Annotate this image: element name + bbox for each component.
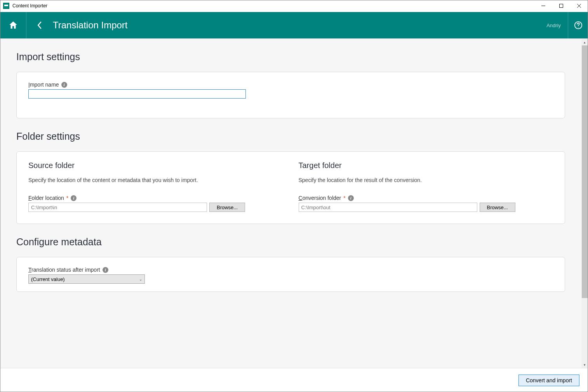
home-button[interactable] xyxy=(0,12,26,38)
import-name-label: Import name i xyxy=(28,82,553,88)
source-folder-label: Folder location * i xyxy=(28,195,283,201)
vertical-scrollbar[interactable]: ▴ ▾ xyxy=(581,39,588,368)
required-asterisk: * xyxy=(343,195,345,201)
back-button[interactable] xyxy=(26,12,53,38)
import-settings-panel: Import name i xyxy=(16,72,565,118)
window-controls xyxy=(534,0,588,12)
target-folder-col: Target folder Specify the location for t… xyxy=(299,161,553,212)
chevron-left-icon xyxy=(37,21,42,29)
translation-status-value: (Current value) xyxy=(31,276,65,282)
section-import-settings: Import settings Import name i xyxy=(0,39,581,118)
scroll-up-arrow[interactable]: ▴ xyxy=(581,39,588,45)
footer: Convert and import xyxy=(0,368,588,392)
conversion-folder-input[interactable] xyxy=(299,203,477,212)
minimize-button[interactable] xyxy=(534,0,552,12)
svg-rect-1 xyxy=(560,4,563,8)
source-browse-button[interactable]: Browse... xyxy=(209,203,245,212)
help-button[interactable] xyxy=(568,12,588,38)
page-title: Translation Import xyxy=(53,12,539,38)
configure-metadata-title: Configure metadata xyxy=(16,236,565,248)
target-folder-desc: Specify the location for the result of t… xyxy=(299,177,553,183)
info-icon[interactable]: i xyxy=(103,267,108,273)
chevron-down-icon: ⌄ xyxy=(139,277,142,281)
maximize-button[interactable] xyxy=(552,0,570,12)
configure-metadata-panel: Translation status after import i (Curre… xyxy=(16,257,565,292)
import-name-input[interactable] xyxy=(28,89,246,99)
folder-settings-title: Folder settings xyxy=(16,131,565,142)
header-bar: Translation Import Andriy xyxy=(0,12,588,38)
import-settings-title: Import settings xyxy=(16,51,565,62)
scroll-thumb[interactable] xyxy=(582,45,588,298)
translation-status-select[interactable]: (Current value) ⌄ xyxy=(28,274,145,284)
info-icon[interactable]: i xyxy=(348,195,354,201)
titlebar: Content Importer xyxy=(0,0,588,12)
content-scroll: Import settings Import name i Folder set… xyxy=(0,39,581,368)
import-name-label-rest: mport name xyxy=(30,82,59,88)
conversion-folder-label: Conversion folder * i xyxy=(299,195,553,201)
source-folder-input[interactable] xyxy=(28,203,207,212)
translation-status-label: Translation status after import i xyxy=(28,267,553,273)
source-folder-col: Source folder Specify the location of th… xyxy=(28,161,283,212)
source-folder-desc: Specify the location of the content or m… xyxy=(28,177,283,183)
svg-point-5 xyxy=(578,27,578,27)
content-area: Import settings Import name i Folder set… xyxy=(0,38,588,368)
user-label[interactable]: Andriy xyxy=(539,12,568,38)
close-button[interactable] xyxy=(570,0,588,12)
folder-settings-panel: Source folder Specify the location of th… xyxy=(16,151,565,224)
app-icon xyxy=(3,3,9,9)
window-title: Content Importer xyxy=(12,3,534,9)
help-icon xyxy=(574,21,583,29)
source-folder-title: Source folder xyxy=(28,161,283,170)
home-icon xyxy=(8,20,18,30)
target-folder-title: Target folder xyxy=(299,161,553,170)
section-folder-settings: Folder settings Source folder Specify th… xyxy=(0,118,581,224)
scroll-down-arrow[interactable]: ▾ xyxy=(581,361,588,368)
info-icon[interactable]: i xyxy=(71,195,77,201)
required-asterisk: * xyxy=(66,195,68,201)
convert-and-import-button[interactable]: Convert and import xyxy=(518,375,579,386)
target-browse-button[interactable]: Browse... xyxy=(480,203,515,212)
info-icon[interactable]: i xyxy=(61,82,67,88)
scroll-track[interactable] xyxy=(581,45,588,361)
section-configure-metadata: Configure metadata Translation status af… xyxy=(0,224,581,292)
